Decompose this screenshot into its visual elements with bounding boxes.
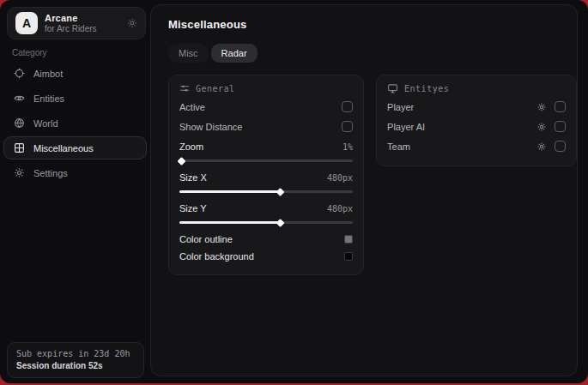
team-checkbox[interactable] — [555, 141, 566, 152]
entity-label: Team — [387, 141, 410, 152]
entity-controls — [536, 101, 566, 112]
cards-row: General Active Show Distance Zoom 1% — [168, 75, 577, 275]
size-x-slider[interactable] — [179, 190, 353, 193]
sidebar-item-entities[interactable]: Entities — [3, 87, 147, 110]
subscription-box: Sub expires in 23d 20h Session duration … — [7, 342, 144, 378]
desktop-background: { "colors": { "background_red": "#a42127… — [0, 0, 588, 385]
setting-row-size-y: Size Y 480px — [179, 200, 353, 217]
color-outline-swatch[interactable] — [344, 235, 353, 244]
setting-row-color-background: Color background — [179, 248, 353, 265]
sidebar-nav: Aimbot Entities World — [3, 62, 147, 184]
sidebar-item-aimbot[interactable]: Aimbot — [3, 62, 147, 85]
size-x-slider-fill — [179, 190, 280, 193]
player-ai-checkbox[interactable] — [555, 121, 566, 132]
player-settings-gear-icon[interactable] — [536, 102, 547, 112]
sidebar-item-label: Settings — [33, 168, 68, 178]
setting-row-size-x: Size X 480px — [179, 169, 353, 186]
setting-row-active: Active — [179, 97, 353, 117]
team-settings-gear-icon[interactable] — [536, 141, 547, 152]
entities-card: Entityes Player P — [376, 75, 577, 166]
sidebar-item-settings[interactable]: Settings — [3, 161, 147, 184]
entities-eye-icon — [14, 93, 25, 104]
setting-label: Color background — [179, 251, 254, 262]
size-x-value: 480px — [327, 173, 353, 183]
main-panel: Miscellaneous Misc Radar General Active — [150, 4, 578, 376]
sidebar-item-miscellaneous[interactable]: Miscellaneous — [3, 136, 147, 159]
category-label: Category — [12, 48, 47, 57]
sliders-icon — [179, 83, 190, 93]
active-checkbox[interactable] — [342, 101, 353, 112]
setting-label: Show Distance — [179, 122, 242, 132]
color-background-swatch[interactable] — [344, 252, 353, 261]
setting-row-zoom: Zoom 1% — [179, 138, 353, 155]
setting-label: Size X — [179, 172, 207, 183]
sidebar-item-label: Aimbot — [33, 69, 63, 79]
app-logo: A — [15, 12, 38, 34]
brand-gear-icon[interactable] — [127, 18, 137, 28]
setting-label: Active — [179, 102, 205, 112]
setting-row-color-outline: Color outline — [179, 231, 353, 248]
zoom-slider-fill — [179, 159, 181, 162]
sub-expiry-text: Sub expires in 23d 20h — [16, 349, 135, 358]
general-card-title: General — [196, 84, 235, 93]
sidebar: A Arcane for Arc Riders Category — [0, 0, 150, 383]
globe-icon — [14, 117, 25, 129]
session-duration-text: Session duration 52s — [16, 361, 135, 370]
setting-label: Zoom — [179, 141, 203, 152]
entity-row-team: Team — [387, 136, 566, 156]
entity-row-player-ai: Player AI — [387, 117, 566, 136]
grid-icon — [14, 142, 25, 153]
tab-bar: Misc Radar — [168, 44, 577, 63]
entity-label: Player — [387, 102, 414, 112]
sidebar-item-world[interactable]: World — [3, 111, 147, 135]
general-card-header: General — [179, 83, 353, 93]
entities-card-header: Entityes — [387, 83, 566, 93]
zoom-slider[interactable] — [179, 159, 353, 162]
entities-card-title: Entityes — [404, 84, 449, 93]
setting-row-show-distance: Show Distance — [179, 117, 353, 136]
page-title: Miscellaneous — [168, 18, 577, 31]
general-card: General Active Show Distance Zoom 1% — [168, 75, 364, 275]
zoom-value: 1% — [342, 142, 353, 152]
entity-row-player: Player — [387, 97, 566, 117]
app-name: Arcane — [45, 13, 120, 23]
crosshair-icon — [14, 68, 25, 79]
sidebar-item-label: Entities — [33, 93, 64, 104]
brand-text: Arcane for Arc Riders — [45, 13, 120, 33]
setting-label: Color outline — [179, 234, 233, 244]
sidebar-item-label: Miscellaneous — [33, 143, 94, 153]
size-y-slider-fill — [179, 221, 280, 224]
monitor-icon — [387, 83, 398, 93]
tab-misc[interactable]: Misc — [168, 44, 209, 63]
setting-label: Size Y — [179, 203, 207, 214]
entity-controls — [536, 141, 566, 152]
app-subtitle: for Arc Riders — [45, 24, 120, 33]
tab-radar[interactable]: Radar — [211, 44, 258, 63]
player-ai-settings-gear-icon[interactable] — [536, 122, 547, 132]
entity-controls — [536, 121, 566, 132]
gear-icon — [14, 167, 25, 178]
sidebar-item-label: World — [33, 118, 58, 129]
app-window: A Arcane for Arc Riders Category — [0, 0, 588, 383]
player-checkbox[interactable] — [555, 101, 566, 112]
entity-label: Player AI — [387, 122, 425, 132]
show-distance-checkbox[interactable] — [342, 121, 353, 132]
size-y-slider[interactable] — [179, 221, 353, 224]
brand-box: A Arcane for Arc Riders — [7, 7, 146, 39]
size-y-value: 480px — [327, 204, 353, 214]
